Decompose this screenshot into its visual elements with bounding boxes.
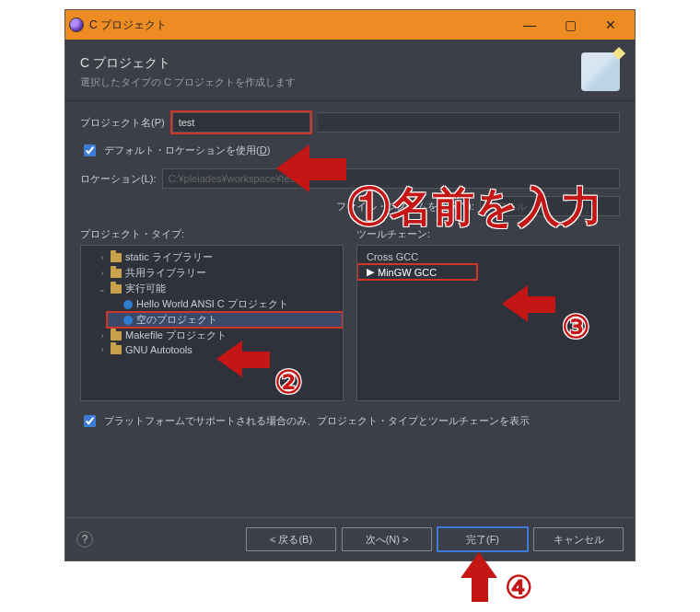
platform-filter-checkbox[interactable]: プラットフォームでサポートされる場合のみ、プロジェクト・タイプとツールチェーンを… — [80, 412, 620, 430]
filesystem-select — [480, 196, 620, 216]
folder-icon — [111, 269, 122, 278]
toolchain-cross-gcc[interactable]: Cross GCC — [357, 249, 619, 264]
location-input — [162, 168, 621, 189]
use-default-location-box[interactable] — [84, 144, 96, 156]
project-type-tree[interactable]: ›static ライブラリー ›共用ライブラリー ⌄実行可能 Hello Wor… — [80, 245, 344, 401]
project-name-input-extend — [318, 112, 620, 133]
tree-static-lib[interactable]: ›static ライブラリー — [94, 249, 343, 265]
help-icon[interactable]: ? — [76, 531, 93, 548]
dialog-footer: ? < 戻る(B) 次へ(N) > 完了(F) キャンセル — [65, 517, 635, 560]
wizard-banner-icon — [581, 52, 620, 91]
filesystem-label: ファイル・システムを選択(Y): — [336, 200, 474, 214]
project-name-input[interactable] — [172, 112, 310, 133]
template-icon — [123, 300, 133, 309]
eclipse-icon — [69, 17, 84, 32]
location-row: ロケーション(L): — [80, 168, 620, 189]
annotation-num-3: ③ — [562, 308, 589, 345]
project-name-label: プロジェクト名(P) — [80, 116, 165, 130]
titlebar: C プロジェクト — ▢ ✕ — [65, 10, 635, 40]
folder-icon — [111, 284, 122, 294]
annotation-num-2: ② — [274, 364, 302, 400]
next-button[interactable]: 次へ(N) > — [342, 527, 432, 551]
dialog-title: C プロジェクト — [80, 55, 581, 72]
tree-empty-project[interactable]: 空のプロジェクト — [107, 312, 343, 328]
toolchain-title: ツールチェーン: — [356, 227, 620, 241]
dialog-window: C プロジェクト — ▢ ✕ C プロジェクト 選択したタイプの C プロジェク… — [64, 9, 636, 561]
tree-hello-world[interactable]: Hello World ANSI C プロジェクト — [107, 296, 343, 312]
filesystem-row: ファイル・システムを選択(Y): — [80, 196, 620, 216]
folder-icon — [111, 253, 122, 262]
cancel-button[interactable]: キャンセル — [533, 527, 624, 551]
use-default-location-checkbox[interactable]: デフォルト・ロケーションを使用(D) — [80, 142, 620, 159]
project-name-row: プロジェクト名(P) — [80, 110, 620, 134]
minimize-button[interactable]: — — [509, 11, 550, 39]
tree-shared-lib[interactable]: ›共用ライブラリー — [94, 265, 343, 281]
finish-button[interactable]: 完了(F) — [438, 527, 528, 551]
project-type-title: プロジェクト・タイプ: — [80, 227, 344, 241]
type-toolchain-columns: プロジェクト・タイプ: ›static ライブラリー ›共用ライブラリー ⌄実行… — [80, 227, 620, 401]
tree-executable[interactable]: ⌄実行可能 — [94, 281, 343, 296]
location-label: ロケーション(L): — [80, 172, 157, 186]
template-icon — [123, 316, 133, 325]
dialog-header: C プロジェクト 選択したタイプの C プロジェクトを作成します — [65, 40, 635, 101]
folder-icon — [111, 345, 122, 354]
platform-filter-label: プラットフォームでサポートされる場合のみ、プロジェクト・タイプとツールチェーンを… — [104, 414, 530, 428]
dialog-subtitle: 選択したタイプの C プロジェクトを作成します — [80, 75, 581, 89]
maximize-button[interactable]: ▢ — [550, 11, 590, 39]
close-button[interactable]: ✕ — [590, 11, 631, 39]
toolchain-mingw-gcc[interactable]: ▶ MinGW GCC — [357, 264, 477, 280]
project-type-column: プロジェクト・タイプ: ›static ライブラリー ›共用ライブラリー ⌄実行… — [80, 227, 344, 401]
use-default-location-label: デフォルト・ロケーションを使用(D) — [104, 144, 270, 157]
annotation-num-4: ④ — [505, 569, 532, 606]
folder-icon — [111, 331, 122, 341]
window-title: C プロジェクト — [89, 17, 509, 33]
back-button[interactable]: < 戻る(B) — [246, 527, 336, 551]
dialog-body: プロジェクト名(P) デフォルト・ロケーションを使用(D) ロケーション(L):… — [65, 101, 635, 439]
platform-filter-box[interactable] — [84, 415, 96, 427]
wizard-button-bar: < 戻る(B) 次へ(N) > 完了(F) キャンセル — [246, 527, 624, 551]
